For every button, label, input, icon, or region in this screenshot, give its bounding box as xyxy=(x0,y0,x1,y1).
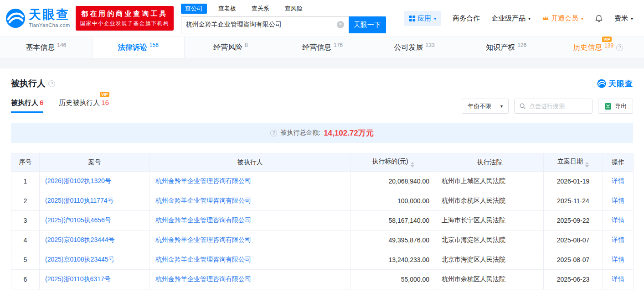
user-menu[interactable]: 费米 xyxy=(614,14,633,23)
filing-date: 2026-01-19 xyxy=(544,172,603,191)
filing-date: 2025-08-07 xyxy=(544,250,603,270)
tab-count: 133 xyxy=(426,42,435,48)
subtab-executed-person[interactable]: 被执行人6 xyxy=(11,99,43,113)
crown-icon xyxy=(542,15,549,21)
row-index: 3 xyxy=(11,211,40,231)
help-icon[interactable]: ? xyxy=(616,44,623,51)
detail-link[interactable]: 详情 xyxy=(603,172,634,191)
tab-legal-lawsuits[interactable]: 法律诉讼 156 xyxy=(92,37,185,58)
executed-person-link[interactable]: 杭州金羚羊企业管理咨询有限公司 xyxy=(150,250,350,270)
execution-amount: 55,000.00 xyxy=(350,270,436,289)
search-button[interactable]: 天眼一下 xyxy=(349,16,386,33)
filing-date: 2025-06-23 xyxy=(544,270,603,289)
detail-link[interactable]: 详情 xyxy=(603,250,634,270)
search-input-box[interactable]: × xyxy=(181,16,349,33)
search-area: 查公司 查老板 查关系 查风险 × 天眼一下 xyxy=(181,4,386,33)
table-search-box[interactable] xyxy=(514,99,592,114)
court-name: 上海市长宁区人民法院 xyxy=(436,211,544,231)
detail-link[interactable]: 详情 xyxy=(603,270,634,289)
tab-operation-risk[interactable]: 经营风险 8 xyxy=(185,37,277,58)
row-index: 6 xyxy=(11,270,40,289)
execution-amount: 13,240,233.00 xyxy=(350,250,436,270)
help-icon[interactable]: ? xyxy=(48,80,55,87)
tianyancha-logo-icon xyxy=(597,79,606,88)
tab-label: 公司发展 xyxy=(394,43,423,52)
tab-intellectual-property[interactable]: 知识产权 126 xyxy=(460,37,552,58)
notifications-button[interactable] xyxy=(595,14,603,23)
search-tab-company[interactable]: 查公司 xyxy=(181,4,207,14)
col-header-action: 操作 xyxy=(603,153,634,172)
row-index: 1 xyxy=(11,172,40,191)
subtab-label: 被执行人 xyxy=(11,99,38,106)
nav-cooperation[interactable]: 商务合作 xyxy=(453,14,480,23)
tab-count: 8 xyxy=(245,42,248,48)
apps-menu-button[interactable]: 应用 xyxy=(404,11,441,26)
top-bar: 天眼查 TianYanCha.com 都在用的商业查询工具 国家中小企业发展子基… xyxy=(0,0,644,37)
clear-icon[interactable]: × xyxy=(337,21,344,28)
tab-count: 176 xyxy=(334,42,343,48)
detail-link[interactable]: 详情 xyxy=(603,211,634,231)
brand-logo-text: 天眼查 TianYanCha.com xyxy=(29,9,70,28)
executed-person-link[interactable]: 杭州金羚羊企业管理咨询有限公司 xyxy=(150,191,350,211)
case-number-link[interactable]: (2025)京0108执23444号 xyxy=(40,231,150,250)
subtab-history-executed-person[interactable]: 历史被执行人VIP16 xyxy=(59,99,109,113)
tab-label: 法律诉讼 xyxy=(118,43,147,52)
case-number-link[interactable]: (2025)沪0105执4656号 xyxy=(40,211,150,231)
brand-logo[interactable]: 天眼查 TianYanCha.com xyxy=(5,8,70,28)
table-row: 6 (2025)浙0110执6317号 杭州金羚羊企业管理咨询有限公司 55,0… xyxy=(11,270,634,289)
tab-count: 156 xyxy=(149,42,159,48)
sub-tabs: 被执行人6 历史被执行人VIP16 xyxy=(11,99,109,114)
search-tab-boss[interactable]: 查老板 xyxy=(214,4,240,14)
total-amount-label: 被执行总金额: xyxy=(280,129,320,137)
section-header: 被执行人 ? 天眼查 xyxy=(11,78,633,89)
sort-icon[interactable] xyxy=(411,162,414,168)
watermark-logo: 天眼查 xyxy=(597,79,633,89)
col-header-amount-label: 执行标的(元) xyxy=(372,157,408,165)
tab-basic-info[interactable]: 基本信息 146 xyxy=(0,37,92,58)
execution-amount: 20,068,940.00 xyxy=(350,172,436,191)
search-tab-relation[interactable]: 查关系 xyxy=(247,4,273,14)
tianyancha-logo-icon xyxy=(5,8,26,28)
case-number-link[interactable]: (2025)浙0110执6317号 xyxy=(40,270,150,289)
subtab-count: 6 xyxy=(40,99,43,106)
search-input[interactable] xyxy=(186,21,337,28)
nav-enterprise-products[interactable]: 企业级产品 xyxy=(491,14,531,23)
case-number-link[interactable]: (2025)京0108执23445号 xyxy=(40,250,150,270)
table-row: 4 (2025)京0108执23444号 杭州金羚羊企业管理咨询有限公司 49,… xyxy=(11,231,634,250)
col-header-filing-date[interactable]: 立案日期 xyxy=(544,153,603,172)
tab-label: 历史信息 xyxy=(573,43,602,52)
tab-business-info[interactable]: 经营信息 176 xyxy=(277,37,369,58)
table-row: 1 (2026)浙0102执1320号 杭州金羚羊企业管理咨询有限公司 20,0… xyxy=(11,172,634,191)
vip-badge: VIP xyxy=(602,37,612,42)
open-vip-button[interactable]: 开通会员 xyxy=(542,14,583,23)
year-filter-dropdown[interactable]: 年份不限 xyxy=(462,99,509,114)
col-header-court: 执行法院 xyxy=(436,153,544,172)
export-button[interactable]: 导出 xyxy=(598,99,633,114)
tab-count: 139 xyxy=(604,42,613,49)
case-number-link[interactable]: (2025)浙0110执11774号 xyxy=(40,191,150,211)
executed-person-link[interactable]: 杭州金羚羊企业管理咨询有限公司 xyxy=(150,211,350,231)
info-icon[interactable]: ? xyxy=(270,130,277,136)
executed-person-link[interactable]: 杭州金羚羊企业管理咨询有限公司 xyxy=(150,172,350,191)
vip-badge: VIP xyxy=(100,92,109,97)
executed-person-link[interactable]: 杭州金羚羊企业管理咨询有限公司 xyxy=(150,231,350,250)
enterprise-label: 企业级产品 xyxy=(491,14,526,23)
search-icon xyxy=(519,103,526,110)
table-row: 5 (2025)京0108执23445号 杭州金羚羊企业管理咨询有限公司 13,… xyxy=(11,250,634,270)
sort-icon[interactable] xyxy=(585,162,589,168)
detail-link[interactable]: 详情 xyxy=(603,231,634,250)
user-name: 费米 xyxy=(614,14,628,23)
executed-person-link[interactable]: 杭州金羚羊企业管理咨询有限公司 xyxy=(150,270,350,289)
tab-history-info[interactable]: 历史信息 VIP 139 ? xyxy=(552,37,644,58)
table-search-input[interactable] xyxy=(529,103,587,110)
col-header-amount[interactable]: 执行标的(元) xyxy=(350,153,436,172)
detail-link[interactable]: 详情 xyxy=(603,191,634,211)
tab-company-development[interactable]: 公司发展 133 xyxy=(368,37,460,58)
case-number-link[interactable]: (2026)浙0102执1320号 xyxy=(40,172,150,191)
court-name: 杭州市余杭区人民法院 xyxy=(436,191,544,211)
section-divider xyxy=(0,58,644,68)
slogan-line1: 都在用的商业查询工具 xyxy=(80,10,169,18)
execution-amount: 49,395,876.00 xyxy=(350,231,436,250)
search-tab-risk[interactable]: 查风险 xyxy=(281,4,307,14)
toolbar: 被执行人6 历史被执行人VIP16 年份不限 xyxy=(11,99,633,114)
